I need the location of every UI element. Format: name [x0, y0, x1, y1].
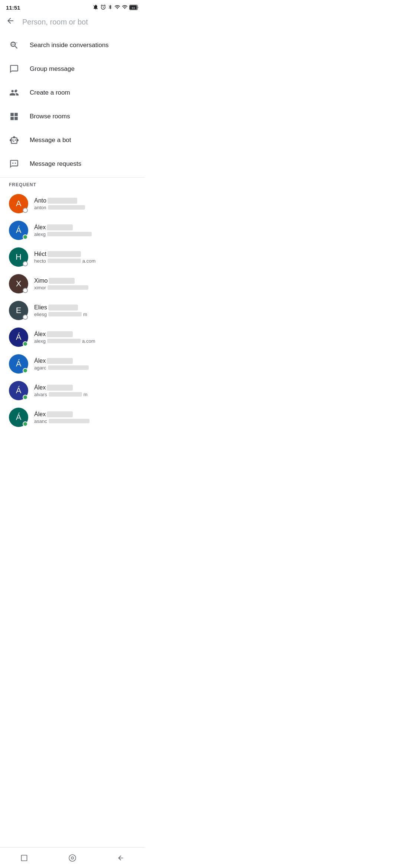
header: Person, room or bot [0, 13, 145, 32]
menu-list: Search inside conversations Group messag… [0, 32, 145, 177]
contact-item[interactable]: ÁÁlexagarc [0, 351, 145, 377]
contact-email: asanc [34, 418, 136, 424]
avatar: E [9, 301, 28, 320]
contact-email: alvarsm [34, 392, 136, 397]
contact-email: alexga.com [34, 338, 136, 344]
contact-name: Álex [34, 331, 136, 338]
contact-info: Álexagarc [34, 358, 136, 371]
signal-icon [114, 4, 120, 11]
contact-item[interactable]: ÁÁlexasanc [0, 404, 145, 431]
avatar: Á [9, 354, 28, 374]
search-placeholder[interactable]: Person, room or bot [22, 18, 88, 26]
status-dot [23, 368, 28, 373]
status-icons: 93 [93, 4, 139, 11]
contact-item[interactable]: EElieseliesgm [0, 297, 145, 324]
contact-email: anton [34, 205, 136, 210]
frequent-section-header: FREQUENT [0, 178, 145, 190]
contact-email: eliesgm [34, 312, 136, 317]
contact-item[interactable]: ÁÁlexalexg [0, 217, 145, 244]
contact-email: alexg [34, 231, 136, 237]
browse-rooms-icon [9, 111, 19, 122]
svg-point-4 [15, 139, 16, 141]
contact-info: Álexasanc [34, 411, 136, 424]
contact-info: Álexalexg [34, 224, 136, 237]
contact-name: Álex [34, 384, 136, 391]
menu-label-message-bot: Message a bot [30, 137, 71, 144]
battery-icon: 93 [129, 5, 139, 10]
status-dot [23, 341, 28, 346]
avatar: Á [9, 408, 28, 427]
message-requests-icon [9, 159, 19, 169]
contact-email: hectoa.com [34, 258, 136, 264]
menu-item-message-bot[interactable]: Message a bot [0, 128, 145, 152]
bluetooth-icon [108, 4, 113, 11]
create-room-icon [9, 88, 19, 98]
status-time: 11:51 [6, 4, 20, 11]
menu-item-search-conversations[interactable]: Search inside conversations [0, 33, 145, 57]
contact-email: agarc [34, 365, 136, 371]
contact-email: ximor [34, 285, 136, 290]
avatar: H [9, 247, 28, 267]
contact-info: Ximoximor [34, 277, 136, 290]
contact-item[interactable]: HHécthectoa.com [0, 244, 145, 270]
contact-list: AAntoantonÁÁlexalexgHHécthectoa.comXXimo… [0, 190, 145, 431]
menu-label-create-room: Create a room [30, 89, 70, 96]
contact-item[interactable]: AAntoanton [0, 190, 145, 217]
status-dot [23, 261, 28, 266]
group-message-icon [9, 64, 19, 74]
menu-label-browse-rooms: Browse rooms [30, 113, 70, 120]
menu-item-create-room[interactable]: Create a room [0, 81, 145, 105]
status-dot [23, 234, 28, 240]
wifi-icon [122, 4, 128, 11]
svg-point-3 [12, 139, 13, 141]
contact-info: Elieseliesgm [34, 304, 136, 317]
status-dot [23, 315, 28, 320]
menu-label-group-message: Group message [30, 65, 75, 73]
contact-info: Álexalexga.com [34, 331, 136, 344]
svg-text:93: 93 [132, 6, 135, 10]
contact-item[interactable]: ÁÁlexalvarsm [0, 377, 145, 404]
avatar: A [9, 194, 28, 213]
status-bar: 11:51 93 [0, 0, 145, 13]
avatar: Á [9, 328, 28, 347]
svg-point-6 [15, 162, 16, 164]
mute-icon [93, 4, 99, 11]
menu-label-message-requests: Message requests [30, 160, 81, 168]
contact-name: Álex [34, 358, 136, 364]
menu-item-browse-rooms[interactable]: Browse rooms [0, 105, 145, 128]
menu-item-group-message[interactable]: Group message [0, 57, 145, 81]
avatar: X [9, 274, 28, 293]
contact-name: Ximo [34, 277, 136, 284]
avatar: Á [9, 381, 28, 400]
status-dot [23, 395, 28, 400]
menu-label-search-conversations: Search inside conversations [30, 42, 109, 49]
contact-name: Elies [34, 304, 136, 311]
contact-info: Antoanton [34, 197, 136, 210]
status-dot [23, 208, 28, 213]
status-dot [23, 421, 28, 427]
contact-item[interactable]: ÁÁlexalexga.com [0, 324, 145, 351]
search-conversations-icon [9, 40, 19, 50]
alarm-icon [100, 4, 106, 11]
contact-name: Héct [34, 251, 136, 257]
contact-info: Hécthectoa.com [34, 251, 136, 264]
contact-name: Álex [34, 224, 136, 231]
menu-item-message-requests[interactable]: Message requests [0, 152, 145, 176]
contact-item[interactable]: XXimoximor [0, 270, 145, 297]
contact-info: Álexalvarsm [34, 384, 136, 397]
contact-name: Anto [34, 197, 136, 204]
status-dot [23, 288, 28, 293]
svg-point-5 [12, 162, 13, 164]
bot-icon [9, 135, 19, 145]
back-button[interactable] [6, 16, 15, 27]
contact-name: Álex [34, 411, 136, 418]
avatar: Á [9, 221, 28, 240]
